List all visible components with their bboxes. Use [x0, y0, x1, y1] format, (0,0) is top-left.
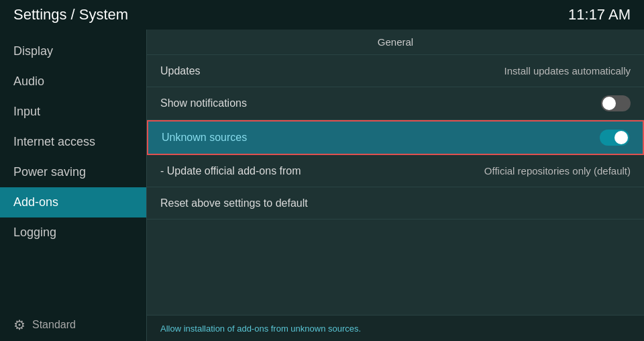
clock: 11:17 AM — [568, 6, 631, 23]
page-title: Settings / System — [13, 6, 128, 23]
sidebar-item-add-ons[interactable]: Add-ons — [0, 187, 146, 217]
app-header: Settings / System 11:17 AM — [0, 0, 644, 30]
main-layout: Display Audio Input Internet access Powe… — [0, 30, 644, 341]
setting-row-unknown-sources[interactable]: Unknown sources — [147, 120, 644, 155]
setting-row-update-official-addons[interactable]: - Update official add-ons from Official … — [147, 155, 644, 187]
setting-row-reset-settings[interactable]: Reset above settings to default — [147, 187, 644, 220]
sidebar-item-input[interactable]: Input — [0, 97, 146, 127]
setting-value-updates: Install updates automatically — [504, 65, 631, 77]
footer-hint: Allow installation of add-ons from unkno… — [160, 324, 361, 334]
sidebar-item-logging[interactable]: Logging — [0, 217, 146, 248]
sidebar-item-audio[interactable]: Audio — [0, 66, 146, 97]
sidebar: Display Audio Input Internet access Powe… — [0, 30, 146, 341]
content-footer: Allow installation of add-ons from unkno… — [147, 315, 644, 341]
setting-label-show-notifications: Show notifications — [160, 97, 247, 109]
content-area: General Updates Install updates automati… — [146, 30, 644, 341]
sidebar-item-internet-access[interactable]: Internet access — [0, 127, 146, 157]
section-title: General — [147, 30, 644, 55]
setting-label-reset-settings: Reset above settings to default — [160, 197, 308, 209]
setting-label-unknown-sources: Unknown sources — [162, 132, 247, 144]
setting-label-update-official-addons: - Update official add-ons from — [160, 165, 301, 177]
toggle-show-notifications[interactable] — [601, 95, 631, 111]
sidebar-footer: ⚙ Standard — [0, 309, 146, 341]
setting-row-show-notifications[interactable]: Show notifications — [147, 87, 644, 120]
toggle-unknown-sources[interactable] — [600, 130, 629, 146]
sidebar-item-power-saving[interactable]: Power saving — [0, 157, 146, 187]
setting-row-updates[interactable]: Updates Install updates automatically — [147, 55, 644, 87]
setting-value-update-official-addons: Official repositories only (default) — [484, 165, 631, 177]
settings-list: Updates Install updates automatically Sh… — [147, 55, 644, 315]
gear-icon: ⚙ — [13, 317, 25, 333]
setting-label-updates: Updates — [160, 65, 201, 77]
sidebar-footer-label: Standard — [32, 319, 76, 331]
sidebar-item-display[interactable]: Display — [0, 36, 146, 66]
